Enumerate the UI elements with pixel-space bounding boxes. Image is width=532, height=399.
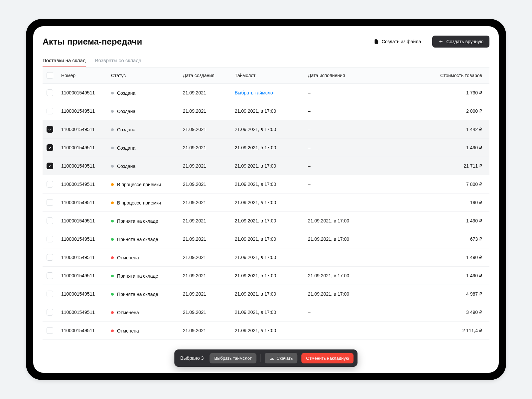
table-row[interactable]: 1100001549511Принята на складе21.09.2021… xyxy=(43,285,489,303)
cell-exec: 21.09.2021, в 17:00 xyxy=(308,236,408,242)
status-label: Отменена xyxy=(117,328,139,333)
table-row[interactable]: 1100001549511В процессе приемки21.09.202… xyxy=(43,194,489,212)
col-header-created: Дата создания xyxy=(183,73,235,78)
cell-price: 190 ₽ xyxy=(408,200,485,205)
cell-price: 7 800 ₽ xyxy=(408,182,485,187)
cell-created: 21.09.2021 xyxy=(183,90,235,95)
toolbar-separator xyxy=(260,354,261,362)
tab-1[interactable]: Возвраты со склада xyxy=(95,54,142,67)
header-actions: Создать из файла Создать вручную xyxy=(368,36,489,48)
cell-number: 1100001549511 xyxy=(61,108,111,114)
cell-exec: – xyxy=(308,328,408,333)
cell-exec: – xyxy=(308,90,408,95)
cell-status: Создана xyxy=(111,163,183,169)
selection-toolbar: Выбрано 3 Выбрать таймслот Скачать Отмен… xyxy=(174,349,357,367)
status-dot-icon xyxy=(111,256,114,259)
table-row[interactable]: 1100001549511Принята на складе21.09.2021… xyxy=(43,212,489,230)
cell-number: 1100001549511 xyxy=(61,291,111,297)
select-all-checkbox[interactable] xyxy=(47,72,53,79)
table-row[interactable]: 1100001549511Создана21.09.202121.09.2021… xyxy=(43,139,489,157)
cell-status: Создана xyxy=(111,127,183,132)
cell-created: 21.09.2021 xyxy=(183,255,235,260)
cell-exec: 21.09.2021, в 17:00 xyxy=(308,273,408,278)
create-from-file-button[interactable]: Создать из файла xyxy=(368,36,427,48)
cell-exec: – xyxy=(308,127,408,132)
cell-exec: – xyxy=(308,145,408,150)
cell-status: В процессе приемки xyxy=(111,200,183,205)
cell-number: 1100001549511 xyxy=(61,255,111,260)
status-dot-icon xyxy=(111,147,114,149)
cell-slot: 21.09.2021, в 17:00 xyxy=(235,328,308,333)
cell-created: 21.09.2021 xyxy=(183,163,235,169)
row-checkbox[interactable] xyxy=(47,272,53,279)
cell-status: Отменена xyxy=(111,328,183,333)
row-checkbox[interactable] xyxy=(47,181,53,188)
row-checkbox[interactable] xyxy=(47,144,53,151)
table-row[interactable]: 1100001549511Создана21.09.2021Выбрать та… xyxy=(43,84,489,102)
cell-status: Создана xyxy=(111,145,183,151)
create-from-file-label: Создать из файла xyxy=(382,39,421,44)
toolbar-download-button[interactable]: Скачать xyxy=(265,353,298,363)
table-row[interactable]: 1100001549511Отменена21.09.202121.09.202… xyxy=(43,248,489,267)
table-row[interactable]: 1100001549511Принята на складе21.09.2021… xyxy=(43,230,489,248)
cell-slot: 21.09.2021, в 17:00 xyxy=(235,127,308,132)
row-checkbox[interactable] xyxy=(47,217,53,224)
status-label: Создана xyxy=(117,164,135,169)
row-checkbox[interactable] xyxy=(47,236,53,242)
cell-exec: 21.09.2021, в 17:00 xyxy=(308,291,408,297)
status-dot-icon xyxy=(111,201,114,204)
cell-number: 1100001549511 xyxy=(61,236,111,242)
cell-number: 1100001549511 xyxy=(61,310,111,315)
cell-price: 1 442 ₽ xyxy=(408,127,485,132)
table-row[interactable]: 1100001549511Отменена21.09.202121.09.202… xyxy=(43,322,489,340)
table-row[interactable]: 1100001549511Создана21.09.202121.09.2021… xyxy=(43,120,489,139)
row-checkbox[interactable] xyxy=(47,108,53,114)
row-checkbox[interactable] xyxy=(47,327,53,334)
page-title: Акты приема-передачи xyxy=(43,37,142,47)
row-checkbox[interactable] xyxy=(47,163,53,169)
cell-exec: 21.09.2021, в 17:00 xyxy=(308,218,408,223)
table-row[interactable]: 1100001549511Создана21.09.202121.09.2021… xyxy=(43,157,489,175)
status-label: Принята на складе xyxy=(117,218,158,224)
status-dot-icon xyxy=(111,293,114,296)
col-header-exec: Дата исполнения xyxy=(308,73,408,78)
row-checkbox[interactable] xyxy=(47,291,53,297)
row-checkbox[interactable] xyxy=(47,199,53,206)
toolbar-choose-slot-button[interactable]: Выбрать таймслот xyxy=(210,353,256,363)
cell-slot: 21.09.2021, в 17:00 xyxy=(235,310,308,315)
tab-0[interactable]: Поставки на склад xyxy=(43,54,86,67)
cell-status: Отменена xyxy=(111,255,183,260)
table-row[interactable]: 1100001549511Отменена21.09.202121.09.202… xyxy=(43,303,489,322)
row-checkbox[interactable] xyxy=(47,309,53,316)
table-row[interactable]: 1100001549511Создана21.09.202121.09.2021… xyxy=(43,102,489,120)
cell-status: Отменена xyxy=(111,310,183,315)
cell-number: 1100001549511 xyxy=(61,145,111,150)
cell-exec: – xyxy=(308,163,408,169)
cell-price: 673 ₽ xyxy=(408,236,485,242)
toolbar-cancel-button[interactable]: Отменить накладную xyxy=(302,353,354,363)
cell-number: 1100001549511 xyxy=(61,163,111,169)
cell-slot: 21.09.2021, в 17:00 xyxy=(235,163,308,169)
cell-number: 1100001549511 xyxy=(61,127,111,132)
status-dot-icon xyxy=(111,311,114,314)
status-label: Отменена xyxy=(117,255,139,260)
status-dot-icon xyxy=(111,183,114,186)
cell-slot[interactable]: Выбрать таймслот xyxy=(235,90,308,95)
status-dot-icon xyxy=(111,238,114,241)
cell-slot: 21.09.2021, в 17:00 xyxy=(235,255,308,260)
col-header-number: Номер xyxy=(61,73,111,78)
row-checkbox[interactable] xyxy=(47,126,53,133)
cell-price: 4 987 ₽ xyxy=(408,291,485,297)
row-checkbox[interactable] xyxy=(47,89,53,96)
table-row[interactable]: 1100001549511В процессе приемки21.09.202… xyxy=(43,175,489,194)
table-header: Номер Статус Дата создания Таймслот Дата… xyxy=(43,67,489,84)
cell-created: 21.09.2021 xyxy=(183,108,235,114)
cell-slot: 21.09.2021, в 17:00 xyxy=(235,182,308,187)
cell-number: 1100001549511 xyxy=(61,328,111,333)
table-row[interactable]: 1100001549511Принята на складе21.09.2021… xyxy=(43,267,489,285)
cell-price: 1 730 ₽ xyxy=(408,90,485,95)
cell-number: 1100001549511 xyxy=(61,273,111,278)
choose-slot-link[interactable]: Выбрать таймслот xyxy=(235,90,275,95)
create-manual-button[interactable]: Создать вручную xyxy=(432,36,489,48)
row-checkbox[interactable] xyxy=(47,254,53,261)
